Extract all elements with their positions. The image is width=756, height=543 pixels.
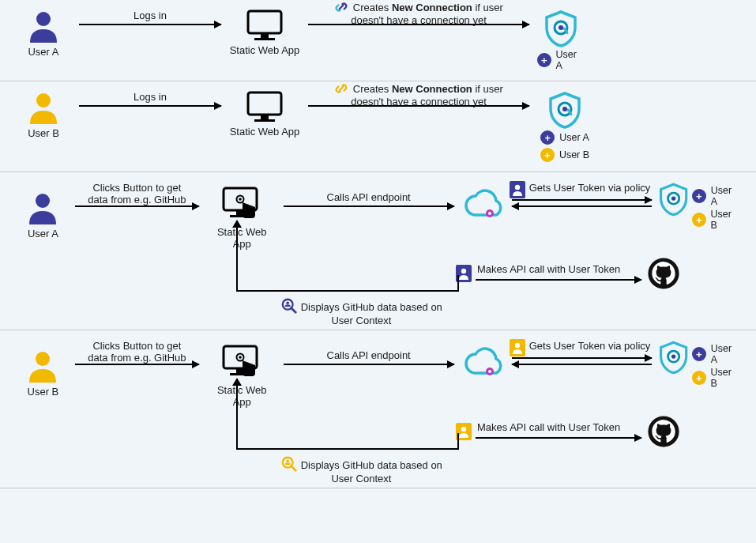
magnify-person-icon: [280, 455, 298, 473]
monitor-icon: [246, 91, 283, 123]
arrow-new-connection: Creates New Connection if user doesn't h…: [308, 24, 529, 25]
displays-github-caption: Displays GitHub data based on User Conte…: [280, 455, 442, 485]
svg-point-44: [671, 354, 675, 358]
person-icon: [27, 349, 58, 383]
return-path-arrow: [221, 378, 506, 465]
user-a-label: User A: [28, 46, 58, 58]
github-icon: [648, 416, 679, 447]
apim-cloud-node: [461, 345, 507, 381]
shield-icon: [658, 340, 689, 375]
svg-rect-9: [261, 115, 269, 119]
apim-shield-node: +User A +User B: [658, 182, 740, 232]
user-b-pill: +User B: [540, 148, 589, 162]
plus-icon: +: [692, 213, 706, 227]
shield-icon: [543, 9, 578, 47]
svg-point-0: [36, 12, 51, 26]
arrow-gets-token: Gets User Token via policy: [512, 357, 652, 365]
svg-point-14: [36, 194, 50, 208]
profile-doc-icon: [509, 338, 526, 357]
svg-point-33: [36, 352, 50, 366]
user-b-pill: +User B: [692, 209, 740, 231]
panel-4-user-b-fetch: User B Clicks Button to get data from e.…: [0, 330, 756, 488]
plus-icon: +: [692, 371, 706, 385]
user-a-node: User A: [16, 9, 71, 58]
svg-point-13: [562, 107, 567, 111]
svg-rect-3: [254, 38, 275, 40]
arrow-gets-token: Gets User Token via policy: [512, 199, 652, 207]
arrow-calls-api: Calls API endpoint: [284, 206, 454, 207]
user-a-pill: +User A: [692, 185, 740, 207]
svg-rect-2: [261, 33, 269, 38]
svg-point-42: [514, 343, 519, 348]
svg-line-4: [340, 6, 344, 9]
apim-cloud-node: [461, 187, 507, 223]
arrow-click-button: Clicks Button to get data from e.g. GitH…: [75, 206, 199, 207]
shield-icon: [658, 182, 689, 217]
svg-line-50: [291, 466, 296, 471]
shield-icon: [547, 91, 582, 129]
github-icon: [648, 258, 679, 289]
return-path-arrow: [221, 220, 506, 307]
user-a-node: User A: [16, 191, 70, 239]
plus-icon: +: [540, 130, 555, 145]
plus-icon: +: [692, 347, 706, 361]
monitor-touch-icon: [222, 345, 261, 381]
person-icon: [28, 91, 59, 124]
apim-shield-node: + User A: [537, 9, 585, 73]
user-a-pill: +User A: [540, 130, 589, 145]
svg-rect-8: [248, 92, 281, 115]
logs-in-label: Logs in: [134, 9, 167, 21]
new-connection-caption: Creates New Connection if user doesn't h…: [316, 0, 521, 26]
swa-label: Static Web App: [230, 44, 300, 56]
svg-point-6: [559, 25, 563, 30]
apim-shield-node: +User A +User B: [658, 340, 740, 390]
monitor-icon: [246, 9, 283, 41]
user-a-pill: + User A: [537, 49, 585, 71]
svg-line-31: [291, 308, 296, 313]
arrow-click-button: Clicks Button to get data from e.g. GitH…: [75, 364, 199, 365]
user-b-label: User B: [28, 127, 59, 139]
svg-point-38: [239, 356, 242, 359]
person-icon: [28, 9, 59, 43]
magnify-person-icon: [280, 297, 298, 315]
panel-2-user-b-login: User B Logs in Static Web App Creates Ne…: [0, 81, 756, 172]
monitor-touch-icon: [222, 187, 261, 223]
svg-point-32: [286, 302, 289, 305]
svg-point-51: [286, 460, 289, 463]
plus-icon: +: [537, 53, 551, 67]
cloud-icon: [461, 345, 506, 381]
arrow-login: Logs in: [79, 24, 221, 25]
plus-icon: +: [540, 148, 555, 162]
user-b-node: User B: [16, 91, 71, 139]
svg-point-7: [36, 93, 51, 107]
svg-line-11: [340, 87, 344, 91]
svg-point-25: [671, 196, 675, 200]
svg-rect-10: [254, 119, 275, 122]
panel-3-user-a-fetch: User A Clicks Button to get data from e.…: [0, 172, 756, 330]
arrow-login: Logs in: [79, 105, 221, 107]
user-b-pill: +User B: [692, 367, 740, 389]
displays-github-caption: Displays GitHub data based on User Conte…: [280, 297, 442, 326]
panel-1-user-a-login: User A Logs in Static Web App: [0, 0, 756, 81]
person-icon: [27, 191, 58, 224]
svg-marker-48: [232, 378, 242, 386]
svg-point-23: [514, 185, 519, 190]
static-web-app-node: Static Web App: [229, 9, 300, 56]
svg-marker-29: [232, 220, 242, 228]
user-b-node: User B: [16, 349, 70, 398]
profile-doc-icon: [509, 180, 526, 199]
arrow-new-connection: Creates New Connection if user doesn't h…: [308, 105, 529, 107]
plus-icon: +: [692, 189, 706, 203]
svg-point-40: [488, 370, 491, 373]
arrow-calls-api: Calls API endpoint: [284, 364, 454, 365]
apim-shield-node: +User A +User B: [537, 91, 592, 164]
link-icon: [334, 81, 348, 96]
cloud-icon: [461, 187, 506, 223]
user-a-pill: +User A: [692, 343, 740, 365]
svg-point-19: [239, 198, 242, 201]
static-web-app-node: Static Web App: [229, 91, 300, 138]
svg-rect-1: [248, 11, 281, 33]
svg-point-21: [488, 212, 491, 215]
link-icon: [334, 0, 348, 14]
